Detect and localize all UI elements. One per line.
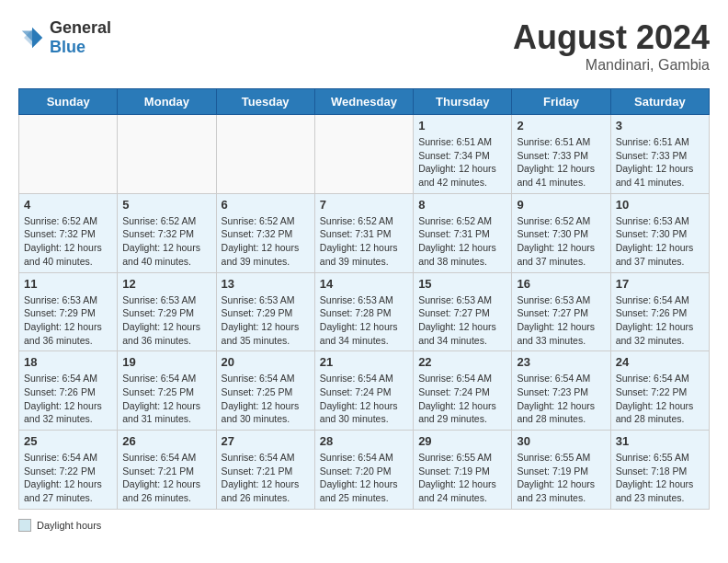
calendar-cell: 25Sunrise: 6:54 AMSunset: 7:22 PMDayligh… (19, 431, 118, 510)
calendar-cell (118, 115, 216, 194)
calendar-week-4: 25Sunrise: 6:54 AMSunset: 7:22 PMDayligh… (19, 431, 710, 510)
day-number: 21 (320, 355, 408, 369)
day-number: 20 (222, 355, 310, 369)
calendar-cell: 9Sunrise: 6:52 AMSunset: 7:30 PMDaylight… (512, 193, 610, 272)
day-info: Sunrise: 6:52 AMSunset: 7:32 PMDaylight:… (24, 214, 112, 269)
calendar-cell: 31Sunrise: 6:55 AMSunset: 7:18 PMDayligh… (610, 431, 709, 510)
day-number: 24 (616, 355, 704, 369)
day-number: 22 (418, 355, 506, 369)
calendar-cell: 15Sunrise: 6:53 AMSunset: 7:27 PMDayligh… (414, 272, 512, 351)
calendar-cell: 12Sunrise: 6:53 AMSunset: 7:29 PMDayligh… (118, 272, 216, 351)
day-info: Sunrise: 6:54 AMSunset: 7:24 PMDaylight:… (418, 372, 506, 426)
weekday-friday: Friday (512, 89, 610, 115)
day-number: 23 (517, 355, 605, 369)
calendar-cell: 24Sunrise: 6:54 AMSunset: 7:22 PMDayligh… (610, 351, 709, 431)
day-number: 9 (517, 198, 605, 212)
calendar-cell: 10Sunrise: 6:53 AMSunset: 7:30 PMDayligh… (610, 193, 709, 272)
calendar-cell: 29Sunrise: 6:55 AMSunset: 7:19 PMDayligh… (414, 431, 512, 510)
calendar-cell: 22Sunrise: 6:54 AMSunset: 7:24 PMDayligh… (414, 351, 512, 431)
calendar-cell: 8Sunrise: 6:52 AMSunset: 7:31 PMDaylight… (414, 193, 512, 272)
day-info: Sunrise: 6:51 AMSunset: 7:33 PMDaylight:… (517, 135, 605, 190)
day-number: 13 (222, 277, 310, 291)
day-number: 8 (418, 198, 506, 212)
day-info: Sunrise: 6:52 AMSunset: 7:31 PMDaylight:… (320, 214, 408, 269)
day-info: Sunrise: 6:54 AMSunset: 7:24 PMDaylight:… (320, 372, 408, 426)
calendar-table: SundayMondayTuesdayWednesdayThursdayFrid… (18, 88, 710, 510)
calendar-cell: 16Sunrise: 6:53 AMSunset: 7:27 PMDayligh… (512, 272, 610, 351)
day-info: Sunrise: 6:55 AMSunset: 7:19 PMDaylight:… (418, 451, 506, 505)
day-number: 16 (517, 277, 605, 291)
day-number: 12 (122, 277, 210, 291)
calendar-cell (19, 115, 118, 194)
day-info: Sunrise: 6:55 AMSunset: 7:19 PMDaylight:… (517, 451, 605, 505)
day-number: 7 (320, 198, 408, 212)
day-number: 3 (616, 119, 704, 132)
calendar-cell: 6Sunrise: 6:52 AMSunset: 7:32 PMDaylight… (216, 193, 314, 272)
weekday-thursday: Thursday (414, 89, 512, 115)
month-year: August 2024 (513, 18, 710, 57)
calendar-cell: 14Sunrise: 6:53 AMSunset: 7:28 PMDayligh… (314, 272, 413, 351)
calendar-cell: 4Sunrise: 6:52 AMSunset: 7:32 PMDaylight… (19, 193, 118, 272)
day-info: Sunrise: 6:52 AMSunset: 7:32 PMDaylight:… (222, 214, 310, 269)
logo: General Blue (18, 18, 111, 57)
calendar-cell: 23Sunrise: 6:54 AMSunset: 7:23 PMDayligh… (512, 351, 610, 431)
day-info: Sunrise: 6:54 AMSunset: 7:26 PMDaylight:… (616, 293, 704, 348)
calendar-cell: 11Sunrise: 6:53 AMSunset: 7:29 PMDayligh… (19, 272, 118, 351)
day-number: 30 (517, 434, 605, 448)
day-number: 25 (24, 434, 112, 448)
day-info: Sunrise: 6:54 AMSunset: 7:20 PMDaylight:… (320, 451, 408, 505)
calendar-week-0: 1Sunrise: 6:51 AMSunset: 7:34 PMDaylight… (19, 115, 710, 194)
calendar-cell: 18Sunrise: 6:54 AMSunset: 7:26 PMDayligh… (19, 351, 118, 431)
day-info: Sunrise: 6:53 AMSunset: 7:28 PMDaylight:… (320, 293, 408, 348)
day-number: 14 (320, 277, 408, 291)
day-info: Sunrise: 6:54 AMSunset: 7:22 PMDaylight:… (24, 451, 112, 505)
calendar-cell: 7Sunrise: 6:52 AMSunset: 7:31 PMDaylight… (314, 193, 413, 272)
weekday-monday: Monday (118, 89, 216, 115)
logo-blue: Blue (50, 38, 85, 56)
day-number: 15 (418, 277, 506, 291)
weekday-sunday: Sunday (19, 89, 118, 115)
calendar-cell: 1Sunrise: 6:51 AMSunset: 7:34 PMDaylight… (414, 115, 512, 194)
calendar-week-2: 11Sunrise: 6:53 AMSunset: 7:29 PMDayligh… (19, 272, 710, 351)
calendar-cell: 20Sunrise: 6:54 AMSunset: 7:25 PMDayligh… (216, 351, 314, 431)
calendar-cell: 2Sunrise: 6:51 AMSunset: 7:33 PMDaylight… (512, 115, 610, 194)
day-info: Sunrise: 6:53 AMSunset: 7:27 PMDaylight:… (418, 293, 506, 348)
day-info: Sunrise: 6:53 AMSunset: 7:29 PMDaylight:… (24, 293, 112, 348)
day-info: Sunrise: 6:53 AMSunset: 7:29 PMDaylight:… (222, 293, 310, 348)
calendar-cell (314, 115, 413, 194)
calendar-cell: 27Sunrise: 6:54 AMSunset: 7:21 PMDayligh… (216, 431, 314, 510)
day-info: Sunrise: 6:51 AMSunset: 7:33 PMDaylight:… (616, 135, 704, 190)
logo-text: General Blue (50, 18, 111, 57)
daylight-legend-box (18, 519, 31, 532)
day-info: Sunrise: 6:55 AMSunset: 7:18 PMDaylight:… (616, 451, 704, 505)
calendar-week-1: 4Sunrise: 6:52 AMSunset: 7:32 PMDaylight… (19, 193, 710, 272)
day-number: 18 (24, 355, 112, 369)
day-info: Sunrise: 6:54 AMSunset: 7:21 PMDaylight:… (222, 451, 310, 505)
day-info: Sunrise: 6:54 AMSunset: 7:25 PMDaylight:… (222, 372, 310, 426)
calendar-cell: 30Sunrise: 6:55 AMSunset: 7:19 PMDayligh… (512, 431, 610, 510)
calendar-week-3: 18Sunrise: 6:54 AMSunset: 7:26 PMDayligh… (19, 351, 710, 431)
weekday-header-row: SundayMondayTuesdayWednesdayThursdayFrid… (19, 89, 710, 115)
calendar-cell: 13Sunrise: 6:53 AMSunset: 7:29 PMDayligh… (216, 272, 314, 351)
calendar-cell: 3Sunrise: 6:51 AMSunset: 7:33 PMDaylight… (610, 115, 709, 194)
day-info: Sunrise: 6:53 AMSunset: 7:29 PMDaylight:… (122, 293, 210, 348)
day-info: Sunrise: 6:53 AMSunset: 7:27 PMDaylight:… (517, 293, 605, 348)
day-info: Sunrise: 6:54 AMSunset: 7:25 PMDaylight:… (122, 372, 210, 426)
day-number: 27 (222, 434, 310, 448)
day-number: 10 (616, 198, 704, 212)
daylight-label: Daylight hours (37, 520, 101, 531)
day-number: 29 (418, 434, 506, 448)
day-info: Sunrise: 6:54 AMSunset: 7:23 PMDaylight:… (517, 372, 605, 426)
calendar-cell: 17Sunrise: 6:54 AMSunset: 7:26 PMDayligh… (610, 272, 709, 351)
calendar-cell: 26Sunrise: 6:54 AMSunset: 7:21 PMDayligh… (118, 431, 216, 510)
day-number: 19 (122, 355, 210, 369)
weekday-saturday: Saturday (610, 89, 709, 115)
day-info: Sunrise: 6:54 AMSunset: 7:21 PMDaylight:… (122, 451, 210, 505)
day-number: 28 (320, 434, 408, 448)
day-info: Sunrise: 6:53 AMSunset: 7:30 PMDaylight:… (616, 214, 704, 269)
day-info: Sunrise: 6:52 AMSunset: 7:32 PMDaylight:… (122, 214, 210, 269)
weekday-tuesday: Tuesday (216, 89, 314, 115)
day-number: 4 (24, 198, 112, 212)
day-number: 6 (222, 198, 310, 212)
day-number: 1 (418, 119, 506, 132)
